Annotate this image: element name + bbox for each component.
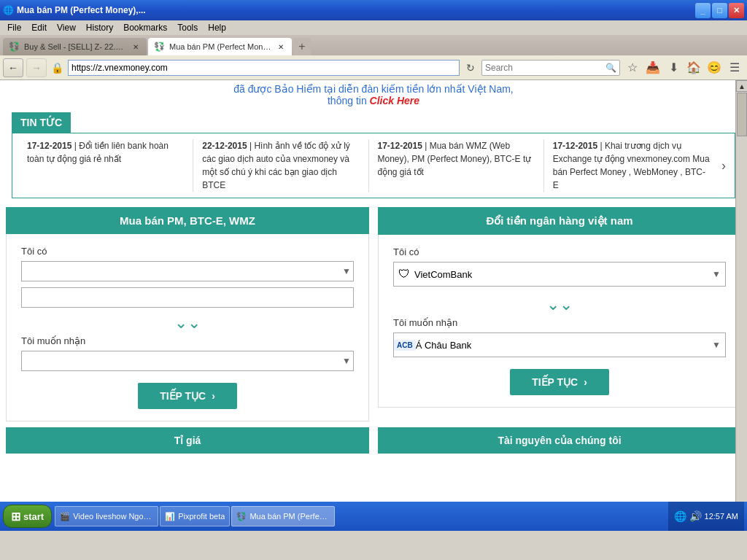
tab-2-label: Mua bán PM (Perfect Money),... — [169, 42, 271, 51]
scrollbar[interactable]: ▲ ▼ — [735, 80, 747, 531]
close-button[interactable]: ✕ — [729, 3, 744, 18]
new-tab-button[interactable]: + — [293, 38, 311, 55]
tiep-tuc-arrow-right: › — [584, 376, 587, 388]
tab-1[interactable]: 💱 Buy & Sell - [SELL] Z- 22.4,PM... ✕ — [3, 38, 147, 55]
bank-from-select[interactable]: VietComBank Á Châu Bank Vietinbank — [414, 262, 708, 286]
tiep-tuc-label-right: TIẾP TỤC — [532, 376, 578, 388]
banner-prefix: thông tin — [328, 95, 370, 106]
section-right: Đổi tiền ngân hàng việt nam Tôi có 🛡 Vie… — [378, 207, 741, 421]
maximize-button[interactable]: □ — [712, 3, 727, 18]
news-next-button[interactable]: › — [719, 158, 729, 174]
url-input[interactable] — [68, 60, 460, 76]
section-right-header: Đổi tiền ngân hàng việt nam — [378, 207, 741, 235]
taskbar-item-3-icon: 💱 — [236, 512, 247, 521]
reload-button[interactable]: ↻ — [462, 60, 479, 76]
news-item-4: 17-12-2015 | Khai trương dịch vụ Exchang… — [544, 139, 719, 192]
tab-2[interactable]: 💱 Mua bán PM (Perfect Money),... ✕ — [148, 38, 292, 55]
scroll-thumb[interactable] — [737, 93, 747, 136]
bank-from-wrapper: 🛡 VietComBank Á Châu Bank Vietinbank ▼ — [393, 262, 726, 287]
taskbar-item-3[interactable]: 💱 Mua bán PM (Perfect ... — [231, 506, 335, 526]
news-item-3: 17-12-2015 | Mua bán WMZ (Web Money), PM… — [369, 139, 544, 192]
taskbar-item-3-label: Mua bán PM (Perfect ... — [249, 512, 330, 521]
select-wrapper-receive-left: PM BTC-E WMZ ▼ — [21, 351, 354, 371]
swap-icon-left[interactable]: ⌄⌄ — [21, 311, 354, 335]
taskbar-item-2[interactable]: 📊 Pixprofit beta — [160, 506, 230, 526]
address-bar: ← → 🔒 ↻ 🔍 ☆ 📥 ⬇ 🏠 😊 ☰ — [0, 55, 747, 80]
home-button[interactable]: 🏠 — [684, 58, 703, 77]
menu-button[interactable]: ☰ — [725, 58, 744, 77]
ti-gia-box: Tỉ giá — [6, 427, 369, 454]
taskbar-item-1-icon: 🎬 — [60, 512, 70, 521]
banner-text: đã được Bảo Hiểm tại diễn đàn kiếm tiền … — [233, 83, 514, 95]
tiep-tuc-arrow-left: › — [212, 390, 215, 402]
toi-muon-nhan-label-left: Tôi muốn nhận — [21, 335, 354, 346]
menu-tools[interactable]: Tools — [173, 22, 202, 34]
news-container: 17-12-2015 | Đổi tiền liên bank hoàn toà… — [12, 133, 735, 198]
time-display: 12:57 AM — [705, 512, 738, 521]
tab-bar: 💱 Buy & Sell - [SELL] Z- 22.4,PM... ✕ 💱 … — [0, 35, 747, 55]
menu-history[interactable]: History — [82, 22, 117, 34]
network-icon: 🌐 — [674, 510, 686, 522]
tai-nguyen-box: Tài nguyên của chúng tôi — [378, 427, 741, 454]
news-item-2: 22-12-2015 | Hình ảnh về tốc độ xử lý cá… — [193, 139, 368, 192]
menu-edit[interactable]: Edit — [27, 22, 51, 34]
tin-tuc-title-row: TIN TỨC — [6, 112, 741, 133]
scroll-up-button[interactable]: ▲ — [736, 80, 747, 92]
download-button[interactable]: ⬇ — [664, 58, 683, 77]
volume-icon: 🔊 — [689, 510, 702, 522]
section-left-body: Tôi có PM BTC-E WMZ ▼ ⌄⌄ Tôi muốn nhận — [6, 234, 369, 421]
section-left: Mua bán PM, BTC-E, WMZ Tôi có PM BTC-E W… — [6, 207, 369, 421]
tiep-tuc-label-left: TIẾP TỤC — [160, 390, 206, 402]
tab-2-close[interactable]: ✕ — [276, 42, 286, 52]
tab-1-favicon: 💱 — [9, 42, 20, 52]
source-currency-select[interactable]: PM BTC-E WMZ — [21, 261, 354, 281]
taskbar: ⊞ start 🎬 Video liveshow Ngoc ... 📊 Pixp… — [0, 502, 747, 531]
menu-view[interactable]: View — [53, 22, 80, 34]
main-sections: Mua bán PM, BTC-E, WMZ Tôi có PM BTC-E W… — [0, 207, 747, 421]
toolbar-icons: ☆ 📥 ⬇ 🏠 😊 ☰ — [623, 58, 744, 77]
search-input[interactable] — [482, 63, 603, 73]
forward-button[interactable]: → — [26, 58, 47, 77]
pocket-button[interactable]: 📥 — [643, 58, 662, 77]
banner-area: đã được Bảo Hiểm tại diễn đàn kiếm tiền … — [0, 80, 747, 112]
tin-tuc-section: TIN TỨC 17-12-2015 | Đổi tiền liên bank … — [6, 112, 741, 198]
title-bar-left: 🌐 Mua bán PM (Perfect Money),... — [3, 5, 146, 15]
menu-help[interactable]: Help — [204, 22, 231, 34]
taskbar-item-1-label: Video liveshow Ngoc ... — [73, 512, 153, 521]
minimize-button[interactable]: _ — [695, 3, 711, 18]
search-box[interactable]: 🔍 — [481, 60, 620, 76]
menu-bar: File Edit View History Bookmarks Tools H… — [0, 20, 747, 35]
tab-1-close[interactable]: ✕ — [131, 42, 141, 52]
news-date-4: 17-12-2015 — [553, 141, 597, 151]
bank-to-arrow: ▼ — [708, 340, 725, 350]
swap-icon-right[interactable]: ⌄⌄ — [393, 292, 726, 317]
vietcombank-icon: 🛡 — [394, 268, 414, 281]
taskbar-item-2-icon: 📊 — [165, 512, 175, 521]
news-date-3: 17-12-2015 — [378, 141, 422, 151]
bookmark-star-button[interactable]: ☆ — [623, 58, 642, 77]
toi-co-label-right: Tôi có — [393, 246, 726, 257]
back-button[interactable]: ← — [3, 58, 23, 77]
bank-to-select[interactable]: Á Châu Bank VietComBank Vietinbank — [416, 333, 708, 357]
menu-bookmarks[interactable]: Bookmarks — [119, 22, 171, 34]
amount-input-left[interactable] — [21, 287, 354, 308]
menu-file[interactable]: File — [3, 22, 26, 34]
start-label: start — [23, 511, 44, 522]
tin-tuc-header: TIN TỨC — [12, 112, 71, 133]
windows-logo-icon: ⊞ — [11, 510, 20, 524]
window-title: Mua bán PM (Perfect Money),... — [17, 5, 146, 15]
tiep-tuc-button-right[interactable]: TIẾP TỤC › — [510, 369, 609, 395]
title-bar-buttons: _ □ ✕ — [695, 3, 744, 18]
taskbar-item-1[interactable]: 🎬 Video liveshow Ngoc ... — [55, 506, 158, 526]
profile-button[interactable]: 😊 — [705, 58, 724, 77]
bank-to-wrapper: ACB Á Châu Bank VietComBank Vietinbank ▼ — [393, 332, 726, 357]
bank-from-arrow: ▼ — [708, 269, 725, 279]
banner-click-link[interactable]: Click Here — [370, 95, 419, 106]
news-items: 17-12-2015 | Đổi tiền liên bank hoàn toà… — [18, 139, 719, 192]
lock-icon: 🔒 — [50, 62, 65, 74]
target-currency-select[interactable]: PM BTC-E WMZ — [21, 351, 354, 371]
toi-muon-nhan-label-right: Tôi muốn nhận — [393, 317, 726, 328]
select-wrapper-left: PM BTC-E WMZ ▼ — [21, 261, 354, 281]
start-button[interactable]: ⊞ start — [3, 505, 52, 528]
tiep-tuc-button-left[interactable]: TIẾP TỤC › — [138, 383, 237, 409]
